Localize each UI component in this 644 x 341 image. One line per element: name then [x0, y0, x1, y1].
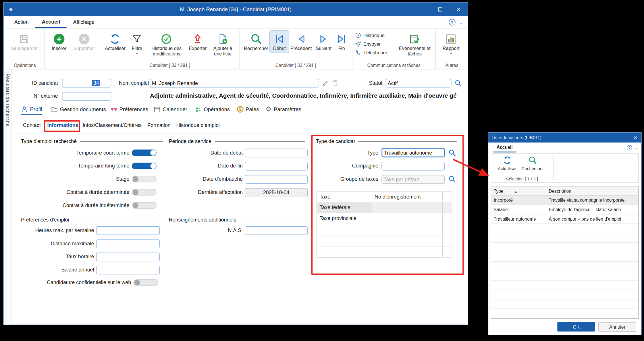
refresh-button[interactable]: Actualiser [103, 31, 128, 53]
taux-horaire-field[interactable] [96, 253, 160, 261]
first-record-button[interactable]: Début [270, 31, 289, 53]
list-item[interactable]: Travailleur autonome À son compte – pas … [491, 214, 638, 224]
subtab-contact[interactable]: Contact [23, 122, 41, 130]
export-button[interactable]: Exporter [187, 31, 209, 53]
filter-button[interactable]: Filtre ⌄ [128, 31, 146, 56]
empty-row[interactable] [491, 299, 638, 309]
dialog-help-icon[interactable]: ? [627, 145, 633, 150]
dialog-search-button[interactable]: Rechercher [521, 156, 545, 171]
filter-dropdown-icon[interactable]: ⌄ [135, 51, 139, 55]
col-header-type[interactable]: Type▲ [491, 186, 546, 195]
tab-preferences[interactable]: ♥♥ Préférences [111, 104, 148, 115]
clock-icon [355, 32, 361, 39]
annuler-button[interactable]: Annuler [598, 322, 636, 332]
tab-calendrier[interactable]: Calendrier [154, 104, 187, 115]
dialog-ribbon-collapse-icon[interactable]: ⌄ [635, 145, 638, 149]
subtab-infos-classement[interactable]: Infos/Classement/Critères [82, 122, 142, 130]
groupe-taxes-lookup-button[interactable] [447, 174, 457, 184]
empty-row[interactable] [491, 243, 638, 252]
salaire-annuel-field[interactable] [96, 266, 160, 274]
list-item[interactable]: Salarié Employé de l'agence – statut sal… [491, 205, 638, 214]
ok-button[interactable]: OK [557, 322, 595, 332]
date-fin-field[interactable] [245, 162, 308, 170]
copy-icon[interactable] [331, 78, 340, 87]
table-row[interactable]: Taxe provinciale [317, 213, 452, 224]
empty-row[interactable] [491, 262, 638, 271]
add-to-list-button[interactable]: Ajouter à une liste [209, 31, 237, 58]
id-candidat-field[interactable]: 34 [62, 79, 111, 88]
empty-row[interactable] [491, 281, 638, 290]
empty-row[interactable] [491, 309, 638, 318]
groupe-taxes-field[interactable] [381, 175, 445, 184]
list-item[interactable]: Incorporé Travaille via sa compagnie inc… [491, 196, 638, 205]
toggle-temporaire-long[interactable] [132, 163, 157, 169]
compagnie-field[interactable] [381, 162, 445, 170]
empty-row[interactable] [491, 224, 638, 233]
statut-field[interactable] [386, 79, 452, 88]
toggle-candidature-confidentielle[interactable] [134, 279, 158, 286]
minimize-button[interactable]: – [412, 3, 431, 16]
toggle-temporaire-court[interactable] [132, 149, 157, 156]
empty-row[interactable] [491, 252, 638, 262]
empty-row[interactable] [491, 271, 638, 281]
id-candidat-label: ID candidat [17, 78, 58, 87]
previous-record-button[interactable]: Précédent [289, 31, 313, 53]
edit-pencil-icon[interactable] [321, 78, 330, 87]
last-record-button[interactable]: Fin [334, 31, 349, 53]
nas-field[interactable] [245, 226, 308, 235]
type-lookup-button[interactable] [447, 148, 457, 158]
date-embauche-field[interactable] [245, 175, 308, 184]
table-row[interactable] [317, 224, 452, 236]
history-button[interactable]: Historique [355, 32, 398, 39]
phone-button[interactable]: Téléphoner [355, 49, 398, 56]
heures-max-field[interactable] [96, 226, 160, 235]
dialog-close-button[interactable]: ✕ [630, 133, 641, 142]
tab-paies[interactable]: $ Paies [237, 104, 259, 115]
empty-row[interactable] [491, 290, 638, 299]
externe-field[interactable] [62, 92, 111, 101]
statut-lookup-button[interactable] [453, 78, 463, 88]
save-button[interactable]: Sauvegarder [8, 31, 41, 53]
next-record-button[interactable]: Suivant [313, 31, 334, 53]
col-header-description[interactable]: Description [546, 186, 629, 195]
maximize-button[interactable] [431, 3, 449, 16]
menu-action[interactable]: Action [8, 16, 35, 28]
tab-parametres[interactable]: ⚙ Paramètres [266, 104, 301, 115]
col-header-no-enregistrement[interactable]: No d'enregistrement [372, 191, 443, 202]
dialog-refresh-button[interactable]: Actualiser [495, 156, 519, 171]
send-button[interactable]: Envoyer [355, 41, 398, 47]
history-modifications-button[interactable]: Historique des modifications [146, 31, 187, 58]
events-tasks-button[interactable]: Événements et tâches [398, 31, 432, 58]
table-row[interactable] [317, 235, 452, 246]
ribbon-collapse-icon[interactable]: ⌄ [459, 20, 463, 25]
toggle-stage[interactable] [132, 176, 157, 182]
delete-button[interactable]: ✕ Supprimer [71, 31, 97, 53]
subtab-historique-emploi[interactable]: Historique d'emploi [176, 122, 219, 130]
search-button[interactable]: Rechercher [242, 31, 270, 53]
insert-button[interactable]: + Insérer [47, 31, 71, 53]
tab-gestion-documents[interactable]: Gestion documents [51, 104, 106, 115]
nom-complet-field[interactable] [150, 79, 319, 88]
help-icon[interactable]: ? [449, 19, 456, 26]
subtab-informations[interactable]: Informations [47, 122, 78, 130]
empty-row[interactable] [491, 233, 638, 243]
report-button[interactable]: Rapport ⌄ [438, 31, 464, 56]
table-row[interactable] [317, 246, 452, 258]
tab-operations[interactable]: Opérations [195, 104, 230, 115]
date-debut-field[interactable] [245, 149, 308, 157]
toggle-contrat-determinee[interactable] [132, 189, 157, 196]
subtab-formation[interactable]: Formation [147, 122, 170, 130]
side-tab-resultats[interactable]: Résultats de recherche [5, 74, 10, 325]
desktop: ❖ M. Joseph Renande [34] - Candidat (PRI… [0, 0, 644, 341]
close-button[interactable]: ✕ [449, 3, 468, 16]
menu-accueil[interactable]: Accueil [35, 16, 67, 28]
tab-profil[interactable]: Profil [21, 104, 42, 115]
report-dropdown-icon[interactable]: ⌄ [449, 51, 453, 55]
table-row[interactable]: Taxe fédérale [317, 202, 452, 213]
col-header-taxe[interactable]: Taxe [317, 191, 372, 202]
menu-affichage[interactable]: Affichage [67, 16, 101, 28]
distance-max-field[interactable] [96, 240, 160, 248]
type-field[interactable] [381, 148, 445, 157]
toggle-contrat-indeterminee[interactable] [132, 202, 157, 209]
dialog-menu-accueil[interactable]: Accueil [493, 142, 516, 152]
